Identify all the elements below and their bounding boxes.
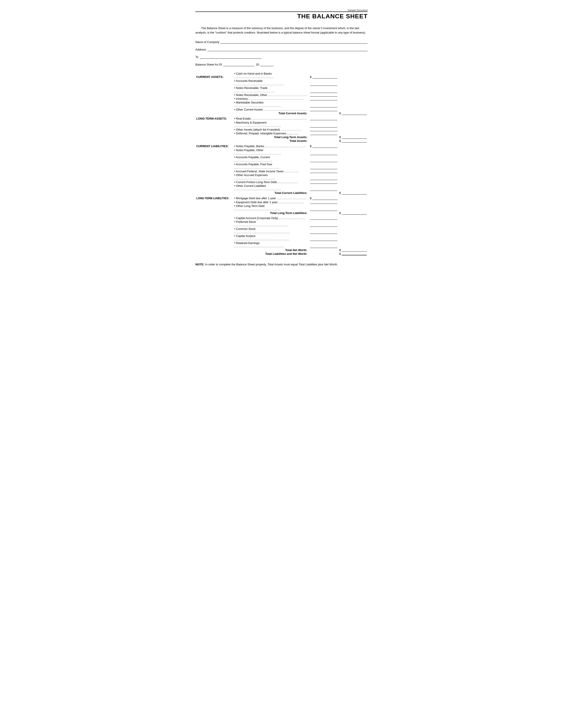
- accounts-receivable-row: • Accounts Receivable ..................…: [195, 79, 368, 86]
- apc-amount[interactable]: [309, 155, 339, 162]
- total-liabilities-note: Total Liabilities: [299, 263, 317, 266]
- re-amount2[interactable]: [309, 241, 339, 248]
- cash-amount2: [338, 71, 368, 79]
- total-lta-amount[interactable]: $: [338, 135, 368, 139]
- ocl-amount[interactable]: [309, 184, 339, 191]
- npo-amount[interactable]: [309, 148, 339, 155]
- def-amount[interactable]: [309, 131, 339, 135]
- total-net-worth-row: Total Net Worth: $: [195, 248, 368, 252]
- address-field: Address: [195, 48, 368, 51]
- marketable-securities-item: • Marketable Securities ................…: [233, 101, 309, 108]
- to-field: To: [195, 55, 368, 59]
- long-term-liabilities-section: LONG-TERM LIABILITIES: • Mortgage Debt d…: [195, 196, 368, 200]
- at-amount[interactable]: [309, 169, 339, 173]
- to-label: To: [195, 55, 198, 59]
- inventory-item: • Inventory ............................…: [233, 97, 309, 101]
- ar-amount[interactable]: [309, 79, 339, 86]
- oca-amount[interactable]: [309, 108, 339, 111]
- other-current-assets-item: • Other Current Assets .................…: [233, 108, 309, 111]
- to-line[interactable]: [200, 55, 261, 59]
- md-amount1[interactable]: $: [309, 196, 339, 200]
- current-assets-label: CURRENT ASSETS:: [195, 71, 233, 79]
- tca-line[interactable]: [342, 112, 367, 115]
- cash-amount1[interactable]: $: [309, 71, 339, 79]
- long-term-assets-section: LONG-TERM ASSETS: • Real Estate ........…: [195, 116, 368, 121]
- nrt-amount[interactable]: [309, 86, 339, 93]
- total-current-liabilities-row: Total Current Liabilities: $: [195, 191, 368, 195]
- marketable-securities-row: • Marketable Securities ................…: [195, 101, 368, 108]
- long-term-assets-label: LONG-TERM ASSETS:: [195, 116, 233, 121]
- cs-amount[interactable]: [309, 227, 339, 234]
- total-nw-amount[interactable]: $: [338, 248, 368, 252]
- other-accrued-expenses-item: • Other Accrued Expenses ...............…: [233, 173, 309, 180]
- retained-earnings-item: • Retained Earnings ....................…: [233, 241, 309, 248]
- ps-amount[interactable]: [309, 220, 339, 227]
- total-assets-amount[interactable]: $: [338, 139, 368, 143]
- nro-amount[interactable]: [309, 93, 339, 97]
- capital-surplus-row: • Capital Surplus ......................…: [195, 234, 368, 241]
- oa-amount[interactable]: [309, 128, 339, 131]
- inv-amount[interactable]: [309, 97, 339, 101]
- note-label: NOTE:: [195, 263, 204, 266]
- page-title: THE BALANCE SHEET: [195, 11, 368, 20]
- oltd-amount[interactable]: [309, 204, 339, 211]
- accounts-payable-past-due-item: • Accounts Payable, Past Due ...........…: [233, 162, 309, 169]
- real-estate-item: • Real Estate ..........................…: [233, 116, 309, 121]
- oae-amount[interactable]: [309, 173, 339, 180]
- ed-amount[interactable]: [309, 200, 339, 204]
- balance-sheet-label: Balance Sheet As Of: [195, 63, 222, 66]
- capital-surplus-item: • Capital Surplus ......................…: [233, 234, 309, 241]
- note-text-middle: must equal: [283, 263, 299, 266]
- capital-account-item: • Capital Account (Corporate Only) .....…: [233, 216, 309, 220]
- notes-receivable-trade-item: • Notes Receivable, Trade ..............…: [233, 86, 309, 93]
- address-line[interactable]: [207, 48, 368, 51]
- address-label: Address: [195, 48, 206, 51]
- header: Sample Document THE BALANCE SHEET: [195, 9, 368, 20]
- re-amount[interactable]: [309, 116, 339, 121]
- cash-item: • Cash on Hand and in Banks ............…: [233, 71, 309, 79]
- common-stock-row: • Common Stock .........................…: [195, 227, 368, 234]
- total-net-worth-label: Total Net Worth:: [233, 248, 309, 252]
- me-amount[interactable]: [309, 121, 339, 128]
- balance-sheet-table: CURRENT ASSETS: • Cash on Hand and in Ba…: [195, 71, 368, 256]
- ca-amount[interactable]: [309, 216, 339, 220]
- company-line[interactable]: [220, 40, 368, 44]
- csurp-amount[interactable]: [309, 234, 339, 241]
- year-label: 20: [256, 63, 259, 66]
- deferred-item: • Deferred, Prepaid, Intangible Expenses…: [233, 131, 309, 135]
- notes-receivable-other-item: • Notes Receivable, Other ..............…: [233, 93, 309, 97]
- sample-doc-label: Sample Document: [195, 9, 368, 11]
- common-stock-item: • Common Stock .........................…: [233, 227, 309, 234]
- total-lnw-amount[interactable]: $: [338, 252, 368, 256]
- total-long-term-liabilities-row: Total Long-Term Liabilities: $: [195, 211, 368, 215]
- current-assets-section: CURRENT ASSETS: • Cash on Hand and in Ba…: [195, 71, 368, 79]
- date-field: Balance Sheet As Of 20: [195, 63, 368, 66]
- other-current-liabilities-row: • Other Current Liabilities ............…: [195, 184, 368, 191]
- company-field: Name of Company: [195, 40, 368, 44]
- npb-amount1[interactable]: $: [309, 144, 339, 148]
- total-long-term-assets-label: Total Long-Term Assets:: [233, 135, 309, 139]
- accrued-taxes-item: • Accrued Federal, State Income Taxes ..…: [233, 169, 309, 173]
- mortgage-debt-item: • Mortgage Debt due after 1 year .......…: [233, 196, 309, 200]
- total-cl-amount[interactable]: $: [338, 191, 368, 195]
- notes-payable-other-row: • Notes Payable, Other .................…: [195, 148, 368, 155]
- preferred-stock-item: • Preferred Stock ......................…: [233, 220, 309, 227]
- ms-amount[interactable]: [309, 101, 339, 108]
- date-line[interactable]: [223, 63, 254, 66]
- equipment-debt-item: • Equipment Debt due after 1 year ......…: [233, 200, 309, 204]
- year-line[interactable]: [260, 63, 273, 66]
- current-liabilities-label: CURRENT LIABILITIES:: [195, 144, 233, 148]
- current-portion-long-term-row: • Current Portion Long-Term Debt .......…: [195, 180, 368, 184]
- capital-account-row: • Capital Account (Corporate Only) .....…: [195, 216, 368, 220]
- cplt-amount[interactable]: [309, 180, 339, 184]
- total-current-assets-row: Total Current Assets: $: [195, 111, 368, 115]
- company-label: Name of Company: [195, 40, 219, 44]
- total-ltl-amount[interactable]: $: [338, 211, 368, 215]
- note-area: NOTE: In order to complete the Balance S…: [195, 262, 368, 267]
- other-assets-row: • Other Assets (attach list if needed) .…: [195, 128, 368, 131]
- equipment-debt-row: • Equipment Debt due after 1 year ......…: [195, 200, 368, 204]
- total-current-assets-amount[interactable]: $: [338, 111, 368, 115]
- inventory-row: • Inventory ............................…: [195, 97, 368, 101]
- amount-line[interactable]: [313, 75, 337, 79]
- appd-amount[interactable]: [309, 162, 339, 169]
